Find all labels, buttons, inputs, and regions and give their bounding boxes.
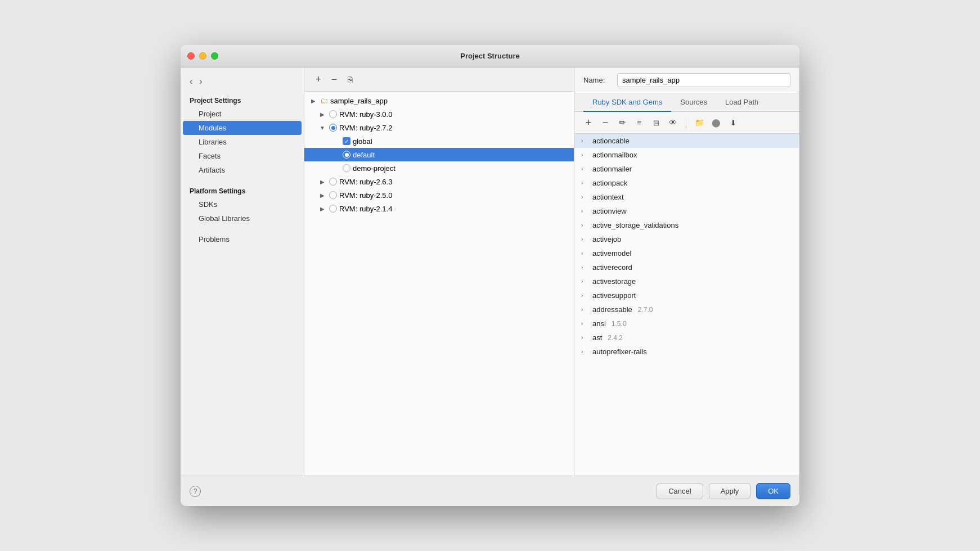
gem-version-ast: 2.4.2 [608,334,623,342]
tabs-bar: Ruby SDK and Gems Sources Load Path [574,93,799,112]
sidebar-item-project[interactable]: Project [183,107,302,121]
gem-item-addressable[interactable]: ›addressable2.7.0 [574,302,799,317]
gem-item-active_storage_validations[interactable]: ›active_storage_validations [574,218,799,232]
chevron-actioncable: › [581,138,589,144]
gem-item-actionmailbox[interactable]: ›actionmailbox [574,148,799,162]
ok-button[interactable]: OK [756,483,790,499]
tree-item-default[interactable]: default [304,148,574,161]
sidebar-item-global-libraries[interactable]: Global Libraries [183,211,302,225]
maximize-button[interactable] [211,52,218,60]
project-settings-header: Project Settings [181,93,304,107]
sidebar-item-libraries[interactable]: Libraries [183,135,302,149]
radio-rvm214[interactable] [329,205,337,213]
gem-item-actionpack[interactable]: ›actionpack [574,176,799,190]
right-panel: Name: Ruby SDK and Gems Sources Load Pat… [574,67,799,476]
nav-back-button[interactable]: ‹ [187,75,195,88]
gem-item-activesupport[interactable]: ›activesupport [574,288,799,302]
tree-item-rvm214[interactable]: ▶ RVM: ruby-2.1.4 [304,202,574,215]
radio-default[interactable] [343,151,350,159]
tree-item-rvm250[interactable]: ▶ RVM: ruby-2.5.0 [304,188,574,202]
edit-gem-button[interactable]: ✏ [615,115,630,130]
label-rvm272: RVM: ruby-2.7.2 [339,124,392,132]
help-button[interactable]: ? [190,486,201,497]
chevron-activesupport: › [581,292,589,299]
gem-name-actioncable: actioncable [592,137,630,145]
remove-gem-button[interactable]: − [598,115,613,130]
chevron-actionmailbox: › [581,152,589,158]
gem-item-activejob[interactable]: ›activejob [574,232,799,246]
circle-btn[interactable]: ⬤ [709,115,723,130]
gem-item-ansi[interactable]: ›ansi1.5.0 [574,317,799,331]
radio-rvm263[interactable] [329,178,337,186]
tree-item-demo-project[interactable]: demo-project [304,161,574,175]
sidebar-divider-1 [181,177,304,184]
download-btn[interactable]: ⬇ [726,115,740,130]
right-panel-toolbar: + − ✏ ≡ ⊟ 👁 📁 ⬤ ⬇ [574,112,799,134]
cancel-button[interactable]: Cancel [657,483,703,499]
tree-item-global[interactable]: ✓ global [304,134,574,148]
chevron-rvm214: ▶ [318,204,327,213]
close-button[interactable] [187,52,195,60]
sidebar-item-problems[interactable]: Problems [183,232,302,246]
chevron-default [331,150,340,159]
gem-item-autoprefixer-rails[interactable]: ›autoprefixer-rails [574,345,799,359]
gem-name-actionmailer: actionmailer [592,165,632,173]
gem-name-activemodel: activemodel [592,249,631,258]
radio-rvm250[interactable] [329,191,337,199]
radio-rvm300[interactable] [329,110,337,118]
tree-item-rvm272[interactable]: ▼ RVM: ruby-2.7.2 [304,121,574,134]
nav-forward-button[interactable]: › [197,75,204,88]
apply-button[interactable]: Apply [709,483,751,499]
checkbox-global[interactable]: ✓ [343,137,350,145]
name-input[interactable] [617,73,790,87]
tab-sources[interactable]: Sources [671,93,716,112]
eye-button[interactable]: 👁 [666,115,680,130]
sidebar-item-modules[interactable]: Modules [183,121,302,135]
tree-root-item[interactable]: ▶ 🗂 sample_rails_app [304,94,574,107]
tree-item-rvm263[interactable]: ▶ RVM: ruby-2.6.3 [304,175,574,188]
sidebar-item-artifacts[interactable]: Artifacts [183,163,302,177]
gem-name-ansi: ansi [592,319,606,328]
tab-ruby-sdk[interactable]: Ruby SDK and Gems [583,93,671,112]
gem-item-actioncable[interactable]: ›actioncable [574,134,799,148]
chevron-actiontext: › [581,194,589,200]
gem-item-activemodel[interactable]: ›activemodel [574,246,799,260]
minimize-button[interactable] [199,52,206,60]
gem-item-activestorage[interactable]: ›activestorage [574,274,799,288]
gem-version-addressable: 2.7.0 [638,306,653,314]
gem-item-activerecord[interactable]: ›activerecord [574,260,799,274]
radio-demo[interactable] [343,164,350,172]
tree-root-chevron: ▶ [309,96,318,105]
center-toolbar: + − ⎘ [304,67,574,92]
chevron-rvm300: ▶ [318,110,327,119]
tab-load-path[interactable]: Load Path [716,93,767,112]
align-button[interactable]: ≡ [632,115,646,130]
main-content: ‹ › Project Settings Project Modules Lib… [181,67,799,476]
project-structure-window: Project Structure ‹ › Project Settings P… [181,45,799,506]
center-panel: + − ⎘ ▶ 🗂 sample_rails_app ▶ RVM: ruby-3… [304,67,574,476]
toolbar-separator [686,117,686,128]
gem-version-ansi: 1.5.0 [612,320,627,328]
chevron-actionmailer: › [581,166,589,172]
gem-item-actiontext[interactable]: ›actiontext [574,190,799,204]
folder-btn[interactable]: 📁 [692,115,707,130]
copy-module-button[interactable]: ⎘ [343,72,357,87]
gem-item-actionview[interactable]: ›actionview [574,204,799,218]
sidebar-item-sdks[interactable]: SDKs [183,197,302,211]
filter-button[interactable]: ⊟ [649,115,663,130]
chevron-rvm272: ▼ [318,123,327,132]
title-bar: Project Structure [181,45,799,67]
tree-item-rvm300[interactable]: ▶ RVM: ruby-3.0.0 [304,107,574,121]
add-module-button[interactable]: + [311,72,326,87]
gem-name-actionview: actionview [592,207,627,215]
sidebar-item-facets[interactable]: Facets [183,149,302,163]
gem-item-actionmailer[interactable]: ›actionmailer [574,162,799,176]
remove-module-button[interactable]: − [327,72,341,87]
add-gem-button[interactable]: + [581,115,596,130]
gem-item-ast[interactable]: ›ast2.4.2 [574,331,799,345]
gem-name-actiontext: actiontext [592,193,624,201]
chevron-activestorage: › [581,278,589,284]
folder-icon: 🗂 [320,96,328,105]
radio-rvm272[interactable] [329,124,337,132]
sidebar-divider-2 [181,225,304,232]
